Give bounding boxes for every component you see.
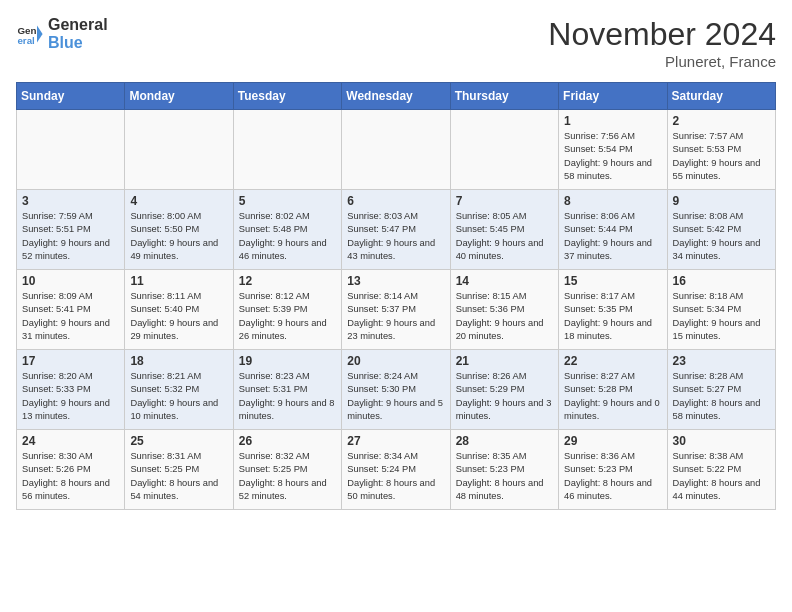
day-number: 8	[564, 194, 661, 208]
calendar-cell: 26Sunrise: 8:32 AMSunset: 5:25 PMDayligh…	[233, 430, 341, 510]
calendar-week-row: 3Sunrise: 7:59 AMSunset: 5:51 PMDaylight…	[17, 190, 776, 270]
calendar-cell: 3Sunrise: 7:59 AMSunset: 5:51 PMDaylight…	[17, 190, 125, 270]
calendar-cell: 20Sunrise: 8:24 AMSunset: 5:30 PMDayligh…	[342, 350, 450, 430]
calendar-cell: 10Sunrise: 8:09 AMSunset: 5:41 PMDayligh…	[17, 270, 125, 350]
calendar-cell: 19Sunrise: 8:23 AMSunset: 5:31 PMDayligh…	[233, 350, 341, 430]
day-number: 12	[239, 274, 336, 288]
day-info: Sunrise: 8:15 AMSunset: 5:36 PMDaylight:…	[456, 290, 553, 344]
day-info: Sunrise: 8:14 AMSunset: 5:37 PMDaylight:…	[347, 290, 444, 344]
day-number: 22	[564, 354, 661, 368]
weekday-header: Wednesday	[342, 83, 450, 110]
day-number: 18	[130, 354, 227, 368]
weekday-header: Friday	[559, 83, 667, 110]
weekday-header: Tuesday	[233, 83, 341, 110]
calendar-cell: 27Sunrise: 8:34 AMSunset: 5:24 PMDayligh…	[342, 430, 450, 510]
day-info: Sunrise: 8:31 AMSunset: 5:25 PMDaylight:…	[130, 450, 227, 504]
calendar-cell: 8Sunrise: 8:06 AMSunset: 5:44 PMDaylight…	[559, 190, 667, 270]
calendar-cell: 22Sunrise: 8:27 AMSunset: 5:28 PMDayligh…	[559, 350, 667, 430]
day-info: Sunrise: 8:26 AMSunset: 5:29 PMDaylight:…	[456, 370, 553, 424]
calendar-cell: 18Sunrise: 8:21 AMSunset: 5:32 PMDayligh…	[125, 350, 233, 430]
page-header: Gen eral General Blue November 2024 Plun…	[16, 16, 776, 70]
day-number: 24	[22, 434, 119, 448]
calendar-cell: 25Sunrise: 8:31 AMSunset: 5:25 PMDayligh…	[125, 430, 233, 510]
day-info: Sunrise: 8:32 AMSunset: 5:25 PMDaylight:…	[239, 450, 336, 504]
day-info: Sunrise: 8:34 AMSunset: 5:24 PMDaylight:…	[347, 450, 444, 504]
day-number: 16	[673, 274, 770, 288]
day-number: 29	[564, 434, 661, 448]
calendar-cell: 29Sunrise: 8:36 AMSunset: 5:23 PMDayligh…	[559, 430, 667, 510]
calendar-table: SundayMondayTuesdayWednesdayThursdayFrid…	[16, 82, 776, 510]
day-number: 27	[347, 434, 444, 448]
day-number: 1	[564, 114, 661, 128]
day-number: 21	[456, 354, 553, 368]
day-info: Sunrise: 8:02 AMSunset: 5:48 PMDaylight:…	[239, 210, 336, 264]
day-number: 5	[239, 194, 336, 208]
day-number: 25	[130, 434, 227, 448]
day-info: Sunrise: 8:08 AMSunset: 5:42 PMDaylight:…	[673, 210, 770, 264]
day-info: Sunrise: 7:57 AMSunset: 5:53 PMDaylight:…	[673, 130, 770, 184]
day-info: Sunrise: 8:18 AMSunset: 5:34 PMDaylight:…	[673, 290, 770, 344]
calendar-week-row: 10Sunrise: 8:09 AMSunset: 5:41 PMDayligh…	[17, 270, 776, 350]
day-info: Sunrise: 8:38 AMSunset: 5:22 PMDaylight:…	[673, 450, 770, 504]
day-info: Sunrise: 8:23 AMSunset: 5:31 PMDaylight:…	[239, 370, 336, 424]
day-number: 7	[456, 194, 553, 208]
day-info: Sunrise: 8:21 AMSunset: 5:32 PMDaylight:…	[130, 370, 227, 424]
day-number: 26	[239, 434, 336, 448]
day-info: Sunrise: 8:17 AMSunset: 5:35 PMDaylight:…	[564, 290, 661, 344]
day-number: 2	[673, 114, 770, 128]
day-info: Sunrise: 8:20 AMSunset: 5:33 PMDaylight:…	[22, 370, 119, 424]
weekday-header: Monday	[125, 83, 233, 110]
calendar-cell	[125, 110, 233, 190]
day-number: 30	[673, 434, 770, 448]
calendar-cell: 14Sunrise: 8:15 AMSunset: 5:36 PMDayligh…	[450, 270, 558, 350]
calendar-cell: 5Sunrise: 8:02 AMSunset: 5:48 PMDaylight…	[233, 190, 341, 270]
calendar-cell: 24Sunrise: 8:30 AMSunset: 5:26 PMDayligh…	[17, 430, 125, 510]
day-number: 11	[130, 274, 227, 288]
weekday-header: Saturday	[667, 83, 775, 110]
day-number: 9	[673, 194, 770, 208]
location: Pluneret, France	[548, 53, 776, 70]
day-info: Sunrise: 8:03 AMSunset: 5:47 PMDaylight:…	[347, 210, 444, 264]
calendar-cell: 16Sunrise: 8:18 AMSunset: 5:34 PMDayligh…	[667, 270, 775, 350]
calendar-cell: 11Sunrise: 8:11 AMSunset: 5:40 PMDayligh…	[125, 270, 233, 350]
day-number: 23	[673, 354, 770, 368]
day-info: Sunrise: 7:59 AMSunset: 5:51 PMDaylight:…	[22, 210, 119, 264]
calendar-cell	[342, 110, 450, 190]
calendar-week-row: 24Sunrise: 8:30 AMSunset: 5:26 PMDayligh…	[17, 430, 776, 510]
calendar-cell	[450, 110, 558, 190]
calendar-cell: 1Sunrise: 7:56 AMSunset: 5:54 PMDaylight…	[559, 110, 667, 190]
day-number: 17	[22, 354, 119, 368]
day-number: 14	[456, 274, 553, 288]
calendar-week-row: 1Sunrise: 7:56 AMSunset: 5:54 PMDaylight…	[17, 110, 776, 190]
calendar-cell: 17Sunrise: 8:20 AMSunset: 5:33 PMDayligh…	[17, 350, 125, 430]
svg-text:eral: eral	[17, 34, 35, 45]
day-number: 20	[347, 354, 444, 368]
calendar-cell: 7Sunrise: 8:05 AMSunset: 5:45 PMDaylight…	[450, 190, 558, 270]
logo-icon: Gen eral	[16, 20, 44, 48]
day-info: Sunrise: 8:36 AMSunset: 5:23 PMDaylight:…	[564, 450, 661, 504]
title-block: November 2024 Pluneret, France	[548, 16, 776, 70]
day-number: 3	[22, 194, 119, 208]
day-number: 4	[130, 194, 227, 208]
day-info: Sunrise: 8:05 AMSunset: 5:45 PMDaylight:…	[456, 210, 553, 264]
day-info: Sunrise: 8:00 AMSunset: 5:50 PMDaylight:…	[130, 210, 227, 264]
day-number: 6	[347, 194, 444, 208]
calendar-cell: 30Sunrise: 8:38 AMSunset: 5:22 PMDayligh…	[667, 430, 775, 510]
calendar-cell: 9Sunrise: 8:08 AMSunset: 5:42 PMDaylight…	[667, 190, 775, 270]
day-info: Sunrise: 8:12 AMSunset: 5:39 PMDaylight:…	[239, 290, 336, 344]
month-title: November 2024	[548, 16, 776, 53]
day-info: Sunrise: 8:28 AMSunset: 5:27 PMDaylight:…	[673, 370, 770, 424]
day-info: Sunrise: 8:24 AMSunset: 5:30 PMDaylight:…	[347, 370, 444, 424]
day-number: 19	[239, 354, 336, 368]
logo: Gen eral General Blue	[16, 16, 108, 51]
day-info: Sunrise: 8:30 AMSunset: 5:26 PMDaylight:…	[22, 450, 119, 504]
calendar-body: 1Sunrise: 7:56 AMSunset: 5:54 PMDaylight…	[17, 110, 776, 510]
calendar-cell	[233, 110, 341, 190]
svg-marker-2	[37, 25, 43, 42]
logo-text: General Blue	[48, 16, 108, 51]
day-number: 10	[22, 274, 119, 288]
calendar-cell: 6Sunrise: 8:03 AMSunset: 5:47 PMDaylight…	[342, 190, 450, 270]
day-info: Sunrise: 7:56 AMSunset: 5:54 PMDaylight:…	[564, 130, 661, 184]
calendar-week-row: 17Sunrise: 8:20 AMSunset: 5:33 PMDayligh…	[17, 350, 776, 430]
calendar-cell: 23Sunrise: 8:28 AMSunset: 5:27 PMDayligh…	[667, 350, 775, 430]
